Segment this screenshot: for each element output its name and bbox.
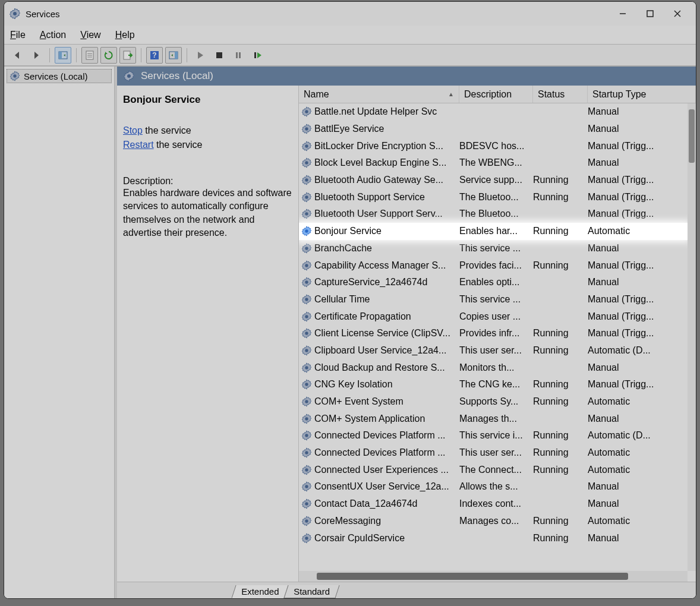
service-row[interactable]: CNG Key IsolationThe CNG ke...RunningMan… bbox=[299, 376, 688, 393]
service-row[interactable]: Bonjour ServiceEnables har...RunningAuto… bbox=[299, 223, 688, 240]
col-name[interactable]: Name▲ bbox=[299, 86, 459, 103]
service-name: BranchCache bbox=[314, 243, 372, 254]
tab-standard[interactable]: Standard bbox=[284, 585, 340, 598]
gear-icon bbox=[301, 414, 312, 424]
help-button[interactable]: ? bbox=[146, 47, 163, 64]
service-row[interactable]: Connected Devices Platform ...This servi… bbox=[299, 427, 688, 444]
service-description: Provides faci... bbox=[459, 260, 533, 271]
stop-suffix: the service bbox=[143, 125, 191, 135]
service-name: Client License Service (ClipSV... bbox=[314, 328, 450, 339]
service-row[interactable]: Contact Data_12a4674dIndexes cont...Manu… bbox=[299, 495, 688, 513]
nav-forward-button[interactable] bbox=[28, 47, 45, 64]
service-row[interactable]: Bluetooth Support ServiceThe Bluetoo...R… bbox=[299, 188, 688, 206]
service-name: Bonjour Service bbox=[314, 226, 381, 236]
service-row[interactable]: Battle.net Update Helper SvcManual bbox=[299, 103, 688, 121]
service-row[interactable]: Bluetooth User Support Serv...The Blueto… bbox=[299, 206, 688, 223]
service-row[interactable]: BattlEye ServiceManual bbox=[299, 121, 688, 138]
service-row[interactable]: BitLocker Drive Encryption S...BDESVC ho… bbox=[299, 137, 688, 154]
menu-action[interactable]: Action bbox=[40, 30, 66, 40]
show-hide-action-pane-button[interactable] bbox=[165, 47, 182, 64]
vertical-scrollbar[interactable] bbox=[688, 103, 696, 571]
service-row[interactable]: Connected Devices Platform ...This user … bbox=[299, 444, 688, 462]
minimize-button[interactable] bbox=[609, 4, 636, 23]
services-list[interactable]: Name▲ Description Status Startup Type Ba… bbox=[299, 86, 696, 582]
start-service-button[interactable] bbox=[192, 47, 209, 64]
menu-help[interactable]: Help bbox=[115, 30, 135, 40]
menu-file[interactable]: File bbox=[10, 30, 26, 40]
service-row[interactable]: Client License Service (ClipSV...Provide… bbox=[299, 325, 688, 342]
col-description[interactable]: Description bbox=[459, 86, 533, 103]
service-name: CaptureService_12a4674d bbox=[314, 277, 427, 288]
tab-extended[interactable]: Extended bbox=[231, 585, 289, 598]
col-status[interactable]: Status bbox=[533, 86, 588, 103]
service-name: Block Level Backup Engine S... bbox=[314, 157, 446, 168]
selected-service-name: Bonjour Service bbox=[123, 94, 292, 106]
description-label: Description: bbox=[123, 176, 292, 187]
service-description: Manages th... bbox=[459, 414, 533, 424]
service-startup-type: Automatic bbox=[588, 447, 688, 458]
close-button[interactable] bbox=[664, 4, 691, 23]
tree-node-services-local[interactable]: Services (Local) bbox=[7, 69, 112, 83]
col-startup-type[interactable]: Startup Type bbox=[588, 86, 696, 103]
restart-link[interactable]: Restart bbox=[123, 140, 154, 150]
service-name: BitLocker Drive Encryption S... bbox=[314, 141, 443, 152]
service-row[interactable]: Clipboard User Service_12a4...This user … bbox=[299, 342, 688, 359]
horizontal-scrollbar[interactable] bbox=[299, 571, 688, 582]
service-startup-type: Manual bbox=[588, 106, 688, 117]
service-row[interactable]: CaptureService_12a4674dEnables opti...Ma… bbox=[299, 274, 688, 291]
service-status: Running bbox=[533, 516, 588, 526]
service-description: This user ser... bbox=[459, 447, 533, 458]
service-name: Corsair CpuIdService bbox=[314, 533, 405, 544]
restart-service-button[interactable] bbox=[249, 47, 266, 64]
svg-rect-17 bbox=[216, 52, 222, 58]
service-row[interactable]: COM+ Event SystemSupports Sy...RunningAu… bbox=[299, 393, 688, 411]
gear-icon bbox=[301, 447, 312, 458]
scrollbar-thumb[interactable] bbox=[689, 109, 695, 163]
service-row[interactable]: Certificate PropagationCopies user ...Ma… bbox=[299, 308, 688, 325]
service-description: The CNG ke... bbox=[459, 379, 533, 390]
service-status: Running bbox=[533, 175, 588, 185]
scrollbar-thumb[interactable] bbox=[317, 573, 628, 580]
gear-icon bbox=[301, 533, 312, 544]
export-list-button[interactable] bbox=[119, 47, 136, 64]
service-row[interactable]: ConsentUX User Service_12a...Allows the … bbox=[299, 478, 688, 495]
service-row[interactable]: CoreMessagingManages co...RunningAutomat… bbox=[299, 513, 688, 530]
service-row[interactable]: BranchCacheThis service ...Manual bbox=[299, 240, 688, 257]
service-row[interactable]: Bluetooth Audio Gateway Se...Service sup… bbox=[299, 172, 688, 189]
service-row[interactable]: Corsair CpuIdServiceRunningManual bbox=[299, 529, 688, 547]
service-row[interactable]: Cellular TimeThis service ...Manual (Tri… bbox=[299, 291, 688, 308]
service-row[interactable]: Capability Access Manager S...Provides f… bbox=[299, 257, 688, 274]
gear-icon bbox=[301, 379, 312, 390]
maximize-button[interactable] bbox=[636, 4, 664, 23]
console-tree[interactable]: Services (Local) bbox=[4, 67, 115, 598]
show-hide-tree-button[interactable] bbox=[55, 47, 71, 64]
stop-link[interactable]: Stop bbox=[123, 125, 143, 135]
service-description: Manages co... bbox=[459, 516, 533, 526]
column-headers[interactable]: Name▲ Description Status Startup Type bbox=[299, 86, 696, 103]
menu-view[interactable]: View bbox=[80, 30, 100, 40]
service-startup-type: Manual bbox=[588, 481, 688, 492]
service-name: ConsentUX User Service_12a... bbox=[314, 481, 449, 492]
refresh-button[interactable] bbox=[100, 47, 117, 64]
gear-icon bbox=[301, 498, 312, 509]
svg-rect-7 bbox=[59, 52, 62, 59]
detail-pane: Bonjour Service Stop the service Restart… bbox=[117, 86, 299, 582]
service-row[interactable]: Connected User Experiences ...The Connec… bbox=[299, 461, 688, 478]
service-row[interactable]: Block Level Backup Engine S...The WBENG.… bbox=[299, 154, 688, 172]
sort-ascending-icon: ▲ bbox=[448, 91, 454, 97]
stop-service-button[interactable] bbox=[211, 47, 228, 64]
service-description: Enables opti... bbox=[459, 277, 533, 288]
service-description: BDESVC hos... bbox=[459, 141, 533, 152]
titlebar[interactable]: Services bbox=[4, 2, 696, 26]
service-startup-type: Manual bbox=[588, 533, 688, 544]
service-row[interactable]: Cloud Backup and Restore S...Monitors th… bbox=[299, 359, 688, 376]
service-name: Cellular Time bbox=[314, 294, 370, 305]
nav-back-button[interactable] bbox=[9, 47, 26, 64]
service-row[interactable]: COM+ System ApplicationManages th...Manu… bbox=[299, 410, 688, 427]
service-startup-type: Manual (Trigg... bbox=[588, 260, 688, 271]
window-title: Services bbox=[26, 9, 60, 19]
gear-icon bbox=[301, 124, 312, 134]
pause-service-button[interactable] bbox=[230, 47, 247, 64]
service-startup-type: Manual (Trigg... bbox=[588, 209, 688, 219]
properties-button[interactable] bbox=[81, 47, 98, 64]
